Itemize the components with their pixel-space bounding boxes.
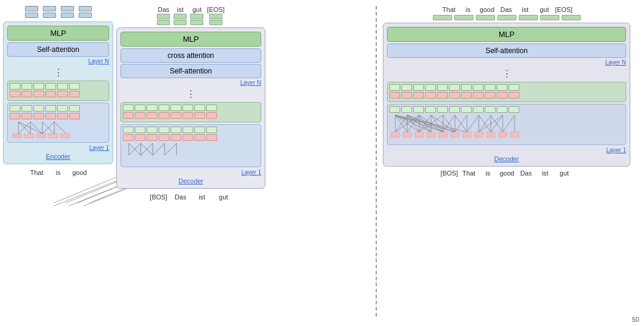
sa-box	[389, 106, 400, 113]
sa-box	[461, 106, 472, 113]
mha-box	[401, 84, 412, 91]
sa-box	[485, 106, 496, 113]
encoder-layer-1-label: Layer 1	[7, 144, 109, 151]
top-label-ist: ist	[177, 6, 184, 13]
right-layer-1-label: Layer 1	[387, 147, 626, 153]
main-container: MLP Self-attention Layer N ⋮	[0, 0, 644, 326]
sa-box-pink	[171, 134, 181, 141]
sa-box-pink	[123, 134, 134, 141]
mha-pink	[425, 92, 436, 99]
encoder-section: MLP Self-attention Layer N ⋮	[3, 6, 113, 308]
mha-box	[123, 104, 134, 111]
rtb-7	[562, 15, 581, 20]
sa-box	[135, 127, 145, 133]
decoder-top-labels: Das ist gut [EOS]	[116, 6, 265, 25]
mha-box-pink	[21, 91, 32, 97]
sa-box-pink	[45, 113, 56, 119]
right-mlp: MLP	[387, 27, 626, 42]
mha-pink	[509, 92, 519, 99]
encoder-sa-layer1	[7, 103, 109, 143]
top-box-green	[209, 20, 222, 25]
top-box-green	[174, 20, 187, 25]
token-ist: ist	[194, 193, 210, 201]
decoder-self-attention: Self-attention	[120, 64, 261, 78]
svg-line-12	[30, 122, 42, 134]
decoder-box: MLP cross attention Self-attention Layer…	[116, 27, 265, 189]
right-top-boxes	[383, 15, 630, 20]
mha-box	[182, 104, 193, 111]
output-box	[61, 13, 74, 18]
rtb-2	[454, 15, 473, 20]
right-token-eos: [EOS]	[555, 6, 572, 13]
encoder-mha-grid	[7, 81, 109, 101]
svg-rect-80	[451, 132, 459, 137]
mha-box	[159, 104, 169, 111]
mha-box-pink	[45, 91, 56, 97]
sa-box-pink	[147, 134, 157, 141]
svg-line-17	[54, 122, 66, 134]
svg-line-73	[503, 115, 515, 132]
svg-rect-85	[510, 132, 519, 137]
mha-box	[194, 104, 205, 111]
svg-rect-20	[36, 134, 46, 138]
sa-box	[194, 127, 205, 133]
right-dots: ⋮	[387, 68, 626, 79]
encoder-bottom-tokens: That is good	[3, 169, 113, 176]
right-token-ist: ist	[517, 6, 534, 13]
sa-box	[57, 105, 68, 112]
mha-box-pink	[194, 112, 205, 119]
svg-rect-83	[487, 132, 495, 137]
sa-box	[182, 127, 193, 133]
top-box-green	[190, 20, 203, 25]
encoder-layer-n-label: Layer N	[7, 58, 109, 64]
token-good: good	[72, 169, 88, 176]
output-box	[79, 6, 92, 11]
svg-line-32	[165, 143, 177, 155]
right-panel: That is good Das ist gut [EOS] MLP Self-…	[377, 0, 633, 326]
right-bottom-gut: gut	[556, 170, 572, 177]
sa-box	[425, 106, 436, 113]
rtb-4	[497, 15, 516, 20]
token-das: Das	[172, 193, 189, 201]
mha-box	[57, 83, 68, 90]
mha-box-pink	[69, 91, 80, 97]
mha-pink	[449, 92, 460, 99]
top-label-eos: [EOS]	[207, 6, 224, 13]
mha-box	[509, 84, 519, 91]
top-box-green	[157, 20, 170, 25]
right-token-das: Das	[498, 6, 515, 13]
mha-box	[21, 83, 32, 90]
right-token-that: That	[441, 6, 457, 13]
output-box	[25, 6, 38, 11]
mha-box	[389, 84, 400, 91]
right-token-good: good	[479, 6, 496, 13]
sa-box	[509, 106, 519, 113]
svg-line-30	[153, 143, 165, 155]
right-bottom-good: good	[499, 170, 515, 177]
mha-pink	[461, 92, 472, 99]
right-bottom-tokens: [BOS] That is good Das ist gut	[383, 170, 630, 177]
sa-box	[45, 105, 56, 112]
sa-box-pink	[194, 134, 205, 141]
sa-box-pink	[159, 134, 169, 141]
svg-rect-81	[463, 132, 471, 137]
decoder-mha-grid	[120, 102, 261, 122]
mha-box	[206, 104, 217, 111]
token-that: That	[29, 169, 45, 176]
decoder-sa-layer1	[120, 124, 261, 167]
mha-box	[147, 104, 157, 111]
svg-rect-21	[48, 134, 58, 138]
mha-box	[33, 83, 44, 90]
sa-box	[21, 105, 32, 112]
sa-box-pink	[206, 134, 217, 141]
sa-box-pink	[10, 113, 20, 119]
mha-pink	[413, 92, 424, 99]
output-box	[61, 6, 74, 11]
right-bottom-bos: [BOS]	[441, 170, 458, 177]
sa-box	[123, 127, 134, 133]
right-self-attention: Self-attention	[387, 44, 626, 58]
decoder-dots: ⋮	[120, 88, 261, 100]
right-bottom-is: is	[479, 170, 496, 177]
attention-lines-svg	[10, 121, 99, 139]
sa-box	[437, 106, 448, 113]
